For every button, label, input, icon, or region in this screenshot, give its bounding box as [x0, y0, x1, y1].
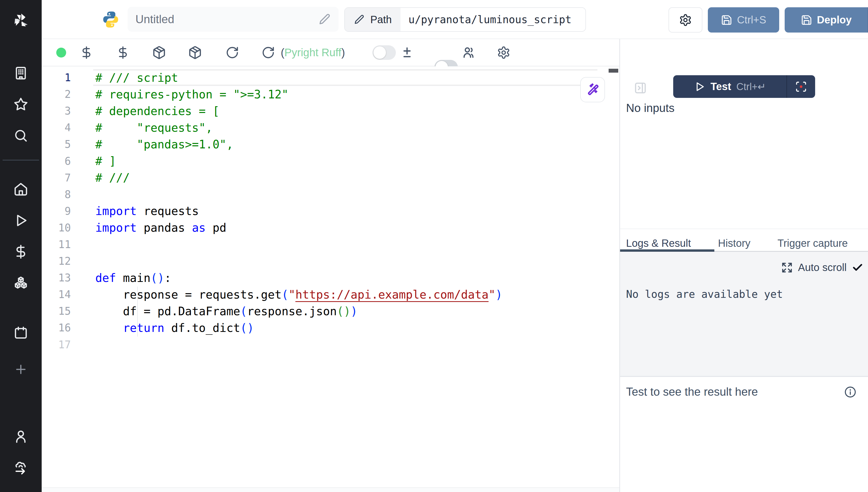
tab-history[interactable]: History	[704, 235, 764, 251]
line-number: 6	[42, 155, 93, 167]
code-line[interactable]: 16 return df.to_dict()	[42, 319, 609, 336]
code-line[interactable]: 15 df = pd.DataFrame(response.json())	[42, 303, 609, 319]
favorites-star-icon[interactable]	[13, 97, 28, 112]
ai-assistant-button[interactable]	[580, 77, 605, 102]
save-draft-button[interactable]: Ctrl+S	[708, 7, 779, 32]
line-number: 7	[42, 172, 93, 184]
line-number: 17	[42, 339, 93, 351]
code-line[interactable]: 1# /// script	[42, 69, 609, 86]
test-main[interactable]: Test Ctrl+↵	[673, 75, 787, 98]
line-number: 14	[42, 289, 93, 300]
line-number: 1	[42, 72, 93, 83]
code-line[interactable]: 6# ]	[42, 152, 609, 169]
user-account-icon[interactable]	[13, 429, 28, 444]
save-icon	[721, 14, 732, 26]
check-icon	[852, 262, 863, 273]
search-icon[interactable]	[13, 128, 28, 143]
editor-settings-gear-icon[interactable]	[497, 46, 510, 59]
panel-top-divider	[620, 228, 868, 229]
script-editor-page: Untitled Path u/pyranota/luminous_script	[0, 0, 868, 492]
add-plus-icon[interactable]	[14, 362, 28, 376]
code-line[interactable]: 4# "requests",	[42, 119, 609, 136]
package-icon[interactable]	[152, 46, 166, 59]
deploy-label: Deploy	[817, 14, 851, 26]
lint-status: (Pyright Ruff)	[281, 46, 345, 59]
code-line[interactable]: 14 response = requests.get("https://api.…	[42, 286, 609, 303]
deploy-main[interactable]: Deploy	[785, 7, 868, 32]
code-line[interactable]: 10import pandas as pd	[42, 219, 609, 236]
deploy-button[interactable]: Deploy	[785, 7, 868, 32]
assets-dollar-icon[interactable]	[80, 46, 93, 59]
path-label: Path	[370, 14, 392, 25]
tab-logs-result[interactable]: Logs & Result	[620, 235, 704, 251]
package-icon-2[interactable]	[188, 46, 202, 59]
workspace-building-icon[interactable]	[13, 66, 28, 81]
code-line[interactable]: 13def main():	[42, 269, 609, 286]
script-settings-button[interactable]	[669, 7, 702, 32]
code-line[interactable]: 3# dependencies = [	[42, 103, 609, 119]
path-label-segment[interactable]: Path	[345, 8, 401, 31]
code-line[interactable]: 2# requires-python = ">=3.12"	[42, 86, 609, 103]
auto-scroll-label: Auto scroll	[798, 262, 847, 273]
info-icon[interactable]	[844, 386, 857, 398]
plus-minus-icon[interactable]	[401, 46, 414, 59]
lint-status-value: Pyright Ruff	[284, 46, 341, 58]
editor-bottom-strip	[42, 487, 619, 492]
home-icon[interactable]	[13, 182, 28, 197]
edit-title-pencil-icon[interactable]	[318, 13, 331, 25]
variables-dollar-icon[interactable]	[13, 244, 28, 259]
code-line[interactable]: 7# ///	[42, 170, 609, 186]
toggle-knob	[373, 46, 386, 59]
gear-icon	[679, 14, 692, 27]
save-icon	[801, 14, 812, 26]
line-number: 16	[42, 322, 93, 334]
code-line[interactable]: 17	[42, 336, 609, 353]
script-path-field[interactable]: Path u/pyranota/luminous_script	[344, 7, 586, 32]
editor-scrollbar-thumb[interactable]	[609, 69, 618, 73]
auto-scroll-control[interactable]: Auto scroll	[781, 262, 863, 273]
python-logo	[101, 10, 120, 29]
schedules-calendar-icon[interactable]	[13, 325, 28, 341]
users-icon[interactable]	[461, 46, 476, 59]
script-title[interactable]: Untitled	[136, 13, 318, 26]
line-number: 15	[42, 305, 93, 317]
line-number: 11	[42, 239, 93, 250]
focus-capture-icon	[795, 81, 807, 93]
line-number: 3	[42, 105, 93, 117]
refresh-icon-2[interactable]	[262, 46, 275, 59]
assets-dollar-icon-2[interactable]	[116, 46, 130, 59]
collapse-panel-icon[interactable]	[634, 81, 647, 95]
line-number: 2	[42, 88, 93, 100]
tab-trigger-capture[interactable]: Trigger capture	[764, 235, 861, 251]
code-line[interactable]: 8	[42, 186, 609, 203]
magic-wand-icon	[586, 83, 600, 97]
runs-play-icon[interactable]	[13, 213, 28, 228]
line-number: 10	[42, 222, 93, 234]
code-lines[interactable]: 1# /// script2# requires-python = ">=3.1…	[42, 69, 609, 353]
play-icon	[694, 81, 705, 92]
diff-toggle[interactable]	[372, 45, 396, 60]
capture-test-button[interactable]	[787, 75, 815, 98]
sidebar-divider	[3, 160, 39, 161]
test-button[interactable]: Test Ctrl+↵	[673, 75, 815, 98]
code-line[interactable]: 12	[42, 253, 609, 269]
result-hint-message: Test to see the result here	[626, 385, 758, 398]
line-number: 13	[42, 272, 93, 284]
no-inputs-message: No inputs	[626, 101, 675, 115]
active-tab-underline	[620, 249, 714, 252]
result-section: Test to see the result here	[620, 377, 868, 492]
no-logs-message: No logs are available yet	[626, 288, 783, 300]
resources-blocks-icon[interactable]	[13, 275, 29, 291]
script-title-input[interactable]: Untitled	[128, 7, 339, 32]
line-number: 9	[42, 205, 93, 217]
edit-path-pencil-icon	[354, 14, 365, 25]
code-line[interactable]: 5# "pandas>=1.0",	[42, 136, 609, 152]
windmill-logo[interactable]	[11, 11, 31, 32]
refresh-icon[interactable]	[225, 46, 239, 59]
line-number: 5	[42, 138, 93, 150]
code-line[interactable]: 11	[42, 236, 609, 253]
code-line[interactable]: 9import requests	[42, 203, 609, 219]
workspace-switch-icon[interactable]	[13, 460, 28, 475]
path-value[interactable]: u/pyranota/luminous_script	[401, 8, 579, 31]
editor-scrollbar[interactable]	[608, 67, 619, 487]
